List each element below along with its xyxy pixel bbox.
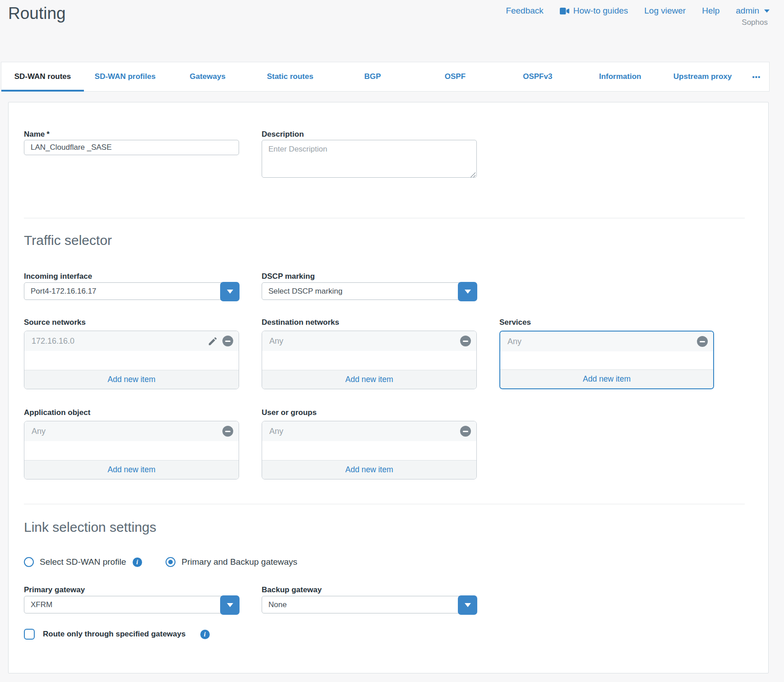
tab-gateways[interactable]: Gateways [166,62,249,91]
log-viewer-link[interactable]: Log viewer [644,6,686,16]
chevron-down-icon [227,603,233,607]
admin-menu[interactable]: admin [736,6,770,16]
name-input[interactable] [24,140,239,155]
listbox-empty-area [500,351,713,369]
radio-label: Select SD-WAN profile [40,557,126,567]
listbox-empty-area [24,441,239,460]
listbox-empty-area [262,441,476,460]
chevron-down-icon [764,9,770,13]
user-or-groups-label: User or groups [262,408,477,417]
routing-tabbar: SD-WAN routes SD-WAN profiles Gateways S… [1,62,770,92]
chevron-down-icon [227,290,233,294]
dropdown-toggle-button[interactable] [458,595,477,615]
route-only-label: Route only through specified gateways [43,630,185,639]
list-item: Any [500,332,713,351]
radio-select-sdwan-profile[interactable] [24,557,34,567]
link-selection-heading: Link selection settings [24,519,753,535]
backup-gateway-label: Backup gateway [262,585,477,594]
source-networks-listbox: 172.16.16.0 Add new item [24,331,239,389]
dropdown-toggle-button[interactable] [458,282,477,301]
dropdown-toggle-button[interactable] [220,595,240,615]
add-new-item-button[interactable]: Add new item [24,460,239,479]
services-label: Services [499,318,714,327]
radio-primary-backup-gateways[interactable] [166,557,175,567]
route-only-row: Route only through specified gateways i [24,628,753,640]
tab-upstream-proxy[interactable]: Upstream proxy [661,62,744,91]
application-object-label: Application object [24,408,239,417]
tab-sdwan-routes[interactable]: SD-WAN routes [1,62,84,91]
name-label: Name* [24,130,239,139]
traffic-selector-heading: Traffic selector [24,232,753,249]
remove-item-icon[interactable] [697,336,708,347]
required-asterisk: * [46,130,50,138]
tab-overflow-menu[interactable]: ••• [744,62,769,91]
remove-item-icon[interactable] [460,336,471,346]
page-title: Routing [8,4,66,23]
radio-label: Primary and Backup gateways [181,557,297,567]
destination-networks-listbox: Any Add new item [262,331,477,389]
list-item: Any [24,421,239,441]
list-item: Any [262,331,476,351]
source-networks-label: Source networks [24,318,239,327]
dscp-marking-dropdown[interactable]: Select DSCP marking [262,282,477,300]
listbox-empty-area [262,351,476,370]
remove-item-icon[interactable] [222,336,233,346]
add-new-item-button[interactable]: Add new item [262,460,476,479]
backup-gateway-dropdown[interactable]: None [262,596,477,613]
info-icon[interactable]: i [133,558,142,567]
description-label: Description [262,130,477,139]
destination-networks-label: Destination networks [262,318,477,327]
user-or-groups-listbox: Any Add new item [262,421,477,479]
video-camera-icon [560,8,569,14]
tab-information[interactable]: Information [579,62,661,91]
tab-sdwan-profiles[interactable]: SD-WAN profiles [84,62,166,91]
section-divider [24,504,745,504]
add-new-item-button[interactable]: Add new item [262,370,476,389]
listbox-empty-area [24,351,239,370]
brand-label: Sophos [742,18,768,27]
add-new-item-button[interactable]: Add new item [24,370,239,389]
info-icon[interactable]: i [200,630,210,639]
description-textarea[interactable] [262,140,477,178]
tab-bgp[interactable]: BGP [332,62,414,91]
route-only-checkbox[interactable] [24,629,35,640]
howto-guides-link[interactable]: How-to guides [560,6,628,16]
edit-pencil-icon[interactable] [208,336,218,346]
tab-static-routes[interactable]: Static routes [249,62,332,91]
tab-ospf[interactable]: OSPF [414,62,496,91]
section-divider [24,218,745,218]
dropdown-toggle-button[interactable] [220,282,240,301]
primary-gateway-dropdown[interactable]: XFRM [24,596,239,613]
list-item: 172.16.16.0 [24,331,239,351]
add-new-item-button[interactable]: Add new item [500,369,713,388]
help-link[interactable]: Help [702,6,719,16]
incoming-interface-label: Incoming interface [24,272,239,281]
list-item: Any [262,421,476,441]
chevron-down-icon [465,603,471,607]
feedback-link[interactable]: Feedback [506,6,543,16]
chevron-down-icon [465,290,471,294]
sdwan-route-form-panel: Name* Description Traffic selector Incom… [8,102,769,673]
remove-item-icon[interactable] [460,426,471,437]
application-object-listbox: Any Add new item [24,421,239,479]
header-links: Feedback How-to guides Log viewer Help a… [506,6,770,16]
incoming-interface-dropdown[interactable]: Port4-172.16.16.17 [24,282,239,300]
services-listbox: Any Add new item [499,331,714,389]
tab-ospfv3[interactable]: OSPFv3 [496,62,579,91]
link-selection-options: Select SD-WAN profile i Primary and Back… [24,557,753,567]
primary-gateway-label: Primary gateway [24,585,239,594]
remove-item-icon[interactable] [222,426,233,437]
dscp-marking-label: DSCP marking [262,272,477,281]
